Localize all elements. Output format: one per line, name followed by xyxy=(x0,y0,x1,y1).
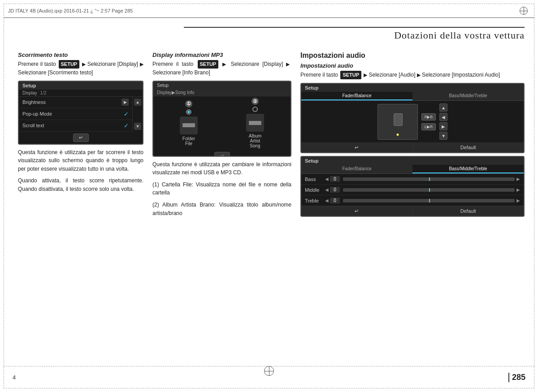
option1-radio[interactable] xyxy=(186,109,191,115)
treble-value: 0 xyxy=(330,198,340,203)
fb-label1[interactable]: F▶B xyxy=(421,113,436,121)
scroll-label: Scroll text xyxy=(22,123,124,128)
middle-label: Middle xyxy=(305,187,325,193)
bmt-default-btn[interactable]: Default xyxy=(413,207,524,216)
right-arrow2: ▶ xyxy=(417,72,422,78)
bmt-tab-bmt[interactable]: Bass/Middle/Treble xyxy=(412,165,524,173)
bmt-bottom-row: ↵ Default xyxy=(301,206,524,216)
fader-area: F▶B L▶R ▲ ◀ ▶ ▼ xyxy=(301,101,524,142)
left-section-title: Scorrimento testo xyxy=(18,52,143,58)
mid-arrow2: ▶ xyxy=(286,61,291,67)
fader-controls: F▶B L▶R xyxy=(421,113,436,130)
left-body-p2: Quando attivata, il testo scorre ripetut… xyxy=(18,177,143,193)
middle-slider[interactable] xyxy=(343,188,515,192)
treble-label: Treble xyxy=(305,198,325,203)
left-sel2: Selezionare [Scorrimento testo] xyxy=(18,69,93,76)
treble-row: Treble ◀ 0 ▶ xyxy=(301,195,524,206)
fb-right-btn[interactable]: ▶ xyxy=(439,122,447,130)
bass-right-btn[interactable]: ▶ xyxy=(516,177,520,181)
setup-row-scroll: Scroll text ✓ xyxy=(19,120,132,132)
mid-list-1: (1) Cartella File: Visualizza nome del f… xyxy=(152,181,291,197)
footer-crosshair xyxy=(262,366,276,377)
fb-up-btn[interactable]: ▲ xyxy=(439,103,447,112)
bass-label: Bass xyxy=(305,177,325,182)
bass-slider-fill xyxy=(429,177,430,181)
bmt-tab-fader[interactable]: Fader/Balance xyxy=(301,165,412,173)
setup-subtitle: Display 1/2 xyxy=(19,90,143,97)
middle-value: 0 xyxy=(330,187,340,193)
fader-default-btn[interactable]: Default xyxy=(413,143,524,152)
song-option-1: ① FolderFile xyxy=(180,100,198,146)
tab-bass-middle-treble[interactable]: Bass/Middle/Treble xyxy=(412,92,524,100)
setup-row-brightness: Brightness ▶ xyxy=(19,97,132,108)
fader-knob[interactable] xyxy=(394,113,403,126)
fader-pad[interactable] xyxy=(377,104,418,140)
header-text: JD ITALY 4B (Audio).qxp 2016-01-21 ¿ "~ … xyxy=(8,8,517,13)
page-indicator: 1/2 xyxy=(40,90,47,95)
popup-label: Pop-up Mode xyxy=(22,111,124,116)
right-intro-text: Premere il tasto xyxy=(300,72,338,78)
middle-left-btn[interactable]: ◀ xyxy=(325,187,329,192)
treble-right-btn[interactable]: ▶ xyxy=(516,198,520,203)
scroll-check: ✓ xyxy=(124,122,129,129)
brightness-label: Brightness xyxy=(22,99,121,105)
right-arrow1: ▶ xyxy=(364,72,369,78)
footer-page: 285 xyxy=(508,373,525,382)
fader-screen: Setup Fader/Balance Bass/Middle/Treble F… xyxy=(300,83,525,153)
fader-titlebar: Setup xyxy=(301,84,524,92)
fb-label2[interactable]: L▶R xyxy=(421,123,436,130)
left-sel1: Selezionare [Display] xyxy=(87,61,138,67)
treble-slider-fill xyxy=(429,199,430,202)
song-info-content: ① FolderFile ② xyxy=(153,96,291,150)
fb-left-btn[interactable]: ◀ xyxy=(439,113,447,121)
footer-page-number: 285 xyxy=(508,373,525,382)
scroll-down-btn[interactable]: ▼ xyxy=(134,123,141,130)
song-option-2: ② AlbumArtistSong xyxy=(246,98,264,148)
tab-fader-balance[interactable]: Fader/Balance xyxy=(301,92,412,100)
mid-section-title: Display informazioni MP3 xyxy=(152,52,291,58)
left-arrow2: ▶ xyxy=(140,61,143,67)
option1-label: FolderFile xyxy=(182,136,195,146)
bass-slider[interactable] xyxy=(343,177,515,181)
fader-back-btn[interactable]: ↵ xyxy=(301,143,413,152)
left-setup-screen: Setup Display 1/2 Brightness ▶ Pop-up Mo… xyxy=(18,81,143,145)
option2-number: ② xyxy=(252,98,259,105)
middle-right-btn[interactable]: ▶ xyxy=(516,187,520,192)
middle-row: Middle ◀ 0 ▶ xyxy=(301,185,524,195)
option1-number: ① xyxy=(185,100,192,108)
left-column: Scorrimento testo Premere il tasto SETUP… xyxy=(18,52,143,365)
bmt-back-btn[interactable]: ↵ xyxy=(301,207,413,216)
fb-arrows: ▲ ◀ ▶ ▼ xyxy=(439,103,447,140)
bmt-titlebar: Setup xyxy=(301,157,524,165)
right-intro: Premere il tasto SETUP ▶ Selezionare [Au… xyxy=(300,71,525,79)
bass-value: 0 xyxy=(330,176,340,182)
setup-titlebar: Setup xyxy=(19,82,143,90)
mid-arrow1: ▶ xyxy=(222,61,231,67)
option2-label: AlbumArtistSong xyxy=(249,134,261,148)
song-back-btn[interactable]: ↵ xyxy=(214,152,230,157)
fb-down-btn[interactable]: ▼ xyxy=(439,132,447,140)
mid-sel2: Selezionare [Info Brano] xyxy=(152,69,210,76)
bmt-tabs: Fader/Balance Bass/Middle/Treble xyxy=(301,165,524,174)
right-section-title: Impostazioni audio xyxy=(300,52,525,60)
bass-left-btn[interactable]: ◀ xyxy=(325,177,329,181)
mid-body: Questa funzione è utilizzata per cambiar… xyxy=(152,160,291,177)
left-body-p1: Questa funzione è utilizzata per far sco… xyxy=(18,148,143,173)
mid-setup-badge: SETUP xyxy=(198,60,219,69)
song-screen-title: Setup xyxy=(157,83,169,88)
song-info-back: ↵ xyxy=(153,150,291,157)
song-info-bar: Setup xyxy=(153,82,291,89)
setup-back-btn[interactable]: ↵ xyxy=(73,134,89,142)
crosshair-icon xyxy=(520,7,528,15)
option2-radio[interactable] xyxy=(252,107,258,112)
fader-dot xyxy=(396,134,399,136)
treble-left-btn[interactable]: ◀ xyxy=(325,198,329,203)
title-line xyxy=(184,27,525,28)
scroll-up-btn[interactable]: ▲ xyxy=(134,99,141,106)
middle-slider-fill xyxy=(429,188,430,192)
brightness-arrow-btn[interactable]: ▶ xyxy=(121,99,129,106)
mid-intro: Premere il tasto SETUP ▶ Selezionare [Di… xyxy=(152,60,291,77)
fader-pad-container xyxy=(377,104,418,140)
fader-tabs: Fader/Balance Bass/Middle/Treble xyxy=(301,92,524,101)
treble-slider[interactable] xyxy=(343,199,515,202)
